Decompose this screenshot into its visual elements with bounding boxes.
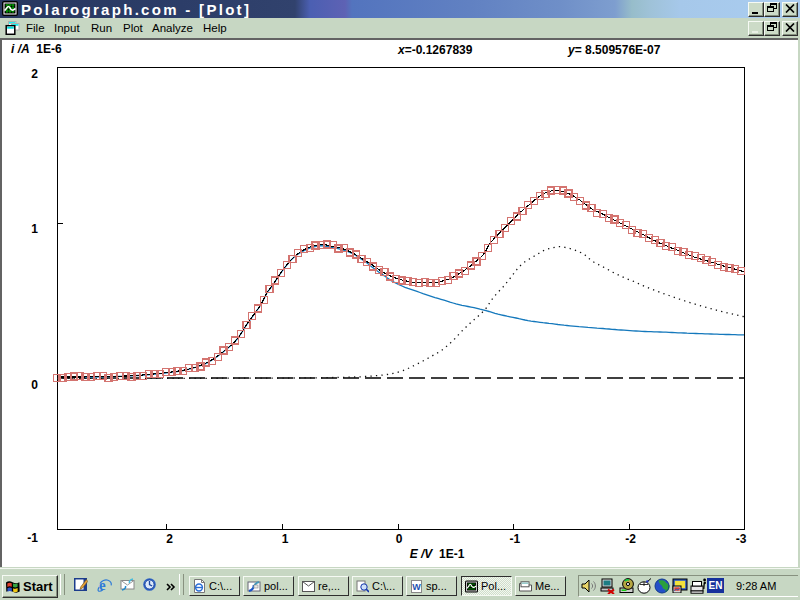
svg-text:E /V 1E-1: E /V 1E-1 <box>410 547 465 561</box>
svg-text:1: 1 <box>31 222 38 236</box>
svg-text:2: 2 <box>166 532 173 546</box>
svg-text:-1: -1 <box>27 531 38 545</box>
svg-text:-1: -1 <box>509 532 520 546</box>
svg-text:0: 0 <box>31 378 38 392</box>
svg-text:-3: -3 <box>736 532 747 546</box>
svg-text:-2: -2 <box>625 532 636 546</box>
svg-text:2: 2 <box>31 67 38 81</box>
svg-text:0: 0 <box>396 532 403 546</box>
svg-text:1: 1 <box>282 532 289 546</box>
